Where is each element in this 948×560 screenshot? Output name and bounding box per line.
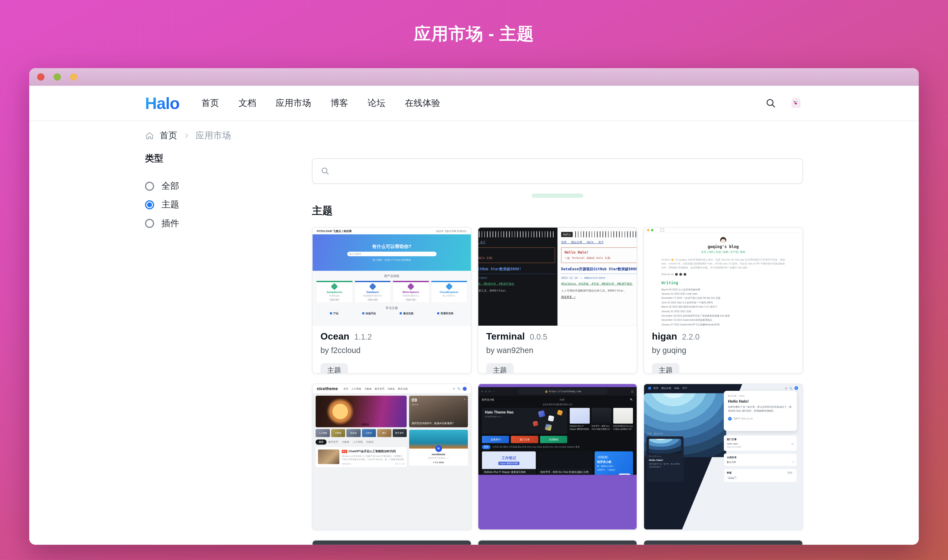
theme-version: 2.2.0: [682, 332, 699, 342]
hao-preview-image: ‹ › 🔒https://liuzhihang.com ☰ 程序员小航分类🔍 这…: [478, 384, 637, 530]
theme-card-hao[interactable]: ‹ › 🔒https://liuzhihang.com ☰ 程序员小航分类🔍 这…: [478, 383, 637, 530]
terminal-preview-image: Halo 首页 默认分类 Halo 关于 Hello Halo!一款 Termi…: [478, 228, 637, 326]
higan-mini-titlebar: [644, 228, 803, 233]
ocean-hero-links: 热门搜索：快速入门 Paas 使用教程: [372, 258, 411, 262]
chevron-right-icon: [183, 132, 190, 140]
earth-sidebar: 热门文章 Hello Halo!25 2022-11-19 发布 分类目录 默认…: [724, 435, 797, 485]
filter-heading: 类型: [145, 152, 312, 165]
ocean-preview-image: FIT2CLOUD 飞致云 | 知识库 知识库 飞致云官网 开源社区 有什么可以…: [312, 228, 471, 326]
scroll-indicator: [531, 194, 583, 198]
breadcrumb-home[interactable]: 首页: [160, 129, 177, 142]
ocean-hero-search: 输入关键字: [347, 251, 436, 256]
section-heading: 主题: [312, 204, 803, 218]
nav-item-home[interactable]: 首页: [201, 97, 219, 109]
breadcrumb: 首页 应用市场: [145, 129, 803, 142]
earth-preview-image: 首页 默认分类 Halo 关于 ◎🔍H 默认分类 #Halo Hello Hal…: [644, 384, 803, 530]
site-navbar: Halo 首页 文档 应用市场 博客 论坛 在线体验: [29, 86, 919, 121]
theme-name: Terminal: [486, 331, 525, 342]
search-icon[interactable]: [765, 98, 776, 108]
type-radio-group: 全部 主题 插件: [145, 177, 312, 232]
theme-type-badge: 主题: [486, 363, 514, 374]
radio-label-theme: 主题: [162, 198, 179, 211]
ocean-product-cloudexplorer: CloudExplorer 多云管理平台: [431, 281, 467, 303]
theme-grid: FIT2CLOUD 飞致云 | 知识库 知识库 飞致云官网 开源社区 有什么可以…: [312, 227, 803, 545]
ocean-browse-label: 按产品浏览: [312, 271, 471, 278]
halo-logo[interactable]: Halo: [145, 94, 179, 112]
theme-version: 1.1.2: [354, 332, 372, 342]
close-window-button[interactable]: [37, 73, 45, 81]
ocean-menu: 知识库 飞致云官网 开源社区: [436, 229, 467, 232]
home-icon[interactable]: [145, 131, 154, 140]
nav-item-market[interactable]: 应用市场: [276, 97, 311, 109]
higan-intro: Hi there 👋, I'm guqing. Halo开源项目核心成员，负责 …: [661, 258, 785, 270]
theme-name: Ocean: [320, 331, 349, 342]
browser-window: Halo 首页 文档 应用市场 博客 论坛 在线体验: [29, 68, 919, 545]
theme-card-terminal[interactable]: Halo 首页 默认分类 Halo 关于 Hello Halo!一款 Termi…: [478, 227, 637, 374]
partial-card-browser-chrome: ⊕ +: [312, 540, 471, 545]
radio-option-all[interactable]: 全部: [145, 177, 312, 195]
higan-blog-title: guqing's blog: [644, 244, 803, 249]
nav-item-demo[interactable]: 在线体验: [405, 97, 440, 109]
ocean-product-metersphere: MeterSphere 开源持续测试平台 Stars 6.6k: [392, 281, 429, 303]
theme-card-higan[interactable]: guqing's blog 首页 | 归档 | 友链 | 相册 | 关于我 | …: [643, 227, 803, 374]
breadcrumb-current: 应用市场: [196, 129, 231, 142]
zoom-window-button[interactable]: [70, 73, 77, 81]
pandapro-article-thumb: [318, 449, 340, 464]
theme-type-badge: 主题: [320, 363, 348, 374]
nav-item-blog[interactable]: 博客: [330, 97, 348, 109]
radio-label-all: 全部: [162, 180, 179, 192]
pandapro-avatar: [463, 387, 466, 391]
minimize-window-button[interactable]: [54, 73, 61, 81]
theme-card-ocean[interactable]: FIT2CLOUD 飞致云 | 知识库 知识库 飞致云官网 开源社区 有什么可以…: [312, 227, 472, 374]
radio-option-plugin[interactable]: 插件: [145, 214, 312, 232]
higan-nav: 首页 | 归档 | 友链 | 相册 | 关于我 | 搜索: [644, 251, 803, 254]
partial-card-browser-chrome: ⊕ +: [478, 540, 637, 545]
higan-avatar: [720, 237, 726, 243]
partial-theme-card[interactable]: ⊕ +: [312, 540, 472, 545]
user-avatar-ghost[interactable]: [789, 96, 803, 110]
search-input-icon: [320, 166, 329, 175]
pandapro-hero-image: [315, 396, 407, 428]
radio-icon-theme-selected[interactable]: [145, 200, 154, 209]
theme-card-pandapro[interactable]: nicetheme 首页 人工智能 大数据 数字货币 玩物志 购买主题 ⊖🔍 人…: [312, 383, 472, 530]
partial-theme-card[interactable]: ⊕ −: [643, 540, 803, 545]
partial-theme-card[interactable]: ⊕ +: [478, 540, 637, 545]
radio-icon-plugin[interactable]: [145, 218, 154, 228]
pandapro-profile-card: N nicetheme 尚美的梦不再遥远—— 7 4 2 1251: [409, 430, 468, 466]
theme-author: by guqing: [652, 346, 794, 355]
theme-type-badge: 主题: [652, 363, 679, 374]
nav-item-docs[interactable]: 文档: [238, 97, 256, 109]
theme-author: by wan92hen: [486, 346, 629, 355]
filter-sidebar: 类型 全部 主题 插件: [145, 152, 312, 545]
ocean-product-dataease: DataEase 开源数据可视化平台 Stars 6.8k: [355, 281, 391, 303]
theme-name: higan: [652, 331, 677, 342]
nav-links: 首页 文档 应用市场 博客 论坛 在线体验: [201, 97, 440, 109]
theme-card-earth[interactable]: 首页 默认分类 Halo 关于 ◎🔍H 默认分类 #Halo Hello Hal…: [643, 383, 803, 530]
radio-option-theme[interactable]: 主题: [145, 195, 312, 214]
partial-card-browser-chrome: ⊕ −: [644, 540, 803, 545]
pandapro-preview-image: nicetheme 首页 人工智能 大数据 数字货币 玩物志 购买主题 ⊖🔍 人…: [312, 384, 471, 530]
pandapro-feature-card: 09 2023.03 ↗ 第四范式冲刺IPO，难逃AI玩家通病?: [409, 396, 468, 428]
higan-post-list: March 05 2023 让人生变得有趣的事 January 31 2023 …: [661, 288, 785, 326]
earth-article-card: 默认分类 #Halo Hello Halo! 如果你看到了这一篇文章，那么证明你…: [724, 391, 797, 431]
window-titlebar: [29, 68, 919, 86]
earth-mini-card: 默认分类 #Halo Hello Halo! 如果你看到了这一篇文章，那么证明你…: [646, 437, 684, 482]
theme-author: by f2ccloud: [320, 346, 463, 355]
theme-version: 0.0.5: [530, 332, 547, 342]
radio-icon-all[interactable]: [145, 182, 154, 191]
ocean-product-jumpserver: JumpServer 开源堡垒机 Stars 20k: [316, 281, 353, 303]
ocean-topics-label: 常见主题: [312, 303, 471, 310]
page-title: 应用市场 - 主题: [0, 23, 948, 46]
radio-label-plugin: 插件: [162, 217, 179, 229]
ocean-brand: FIT2CLOUD 飞致云 | 知识库: [317, 229, 352, 233]
higan-preview-image: guqing's blog 首页 | 归档 | 友链 | 相册 | 关于我 | …: [644, 228, 803, 326]
desktop-background: 应用市场 - 主题 Halo 首页 文档 应用市场 博客 论坛 在线体验: [0, 0, 948, 560]
ocean-hero-title: 有什么可以帮助你?: [372, 244, 412, 249]
market-search-input[interactable]: [312, 158, 803, 184]
nav-item-forum[interactable]: 论坛: [368, 97, 385, 109]
higan-writing-heading: Writing: [661, 280, 785, 285]
